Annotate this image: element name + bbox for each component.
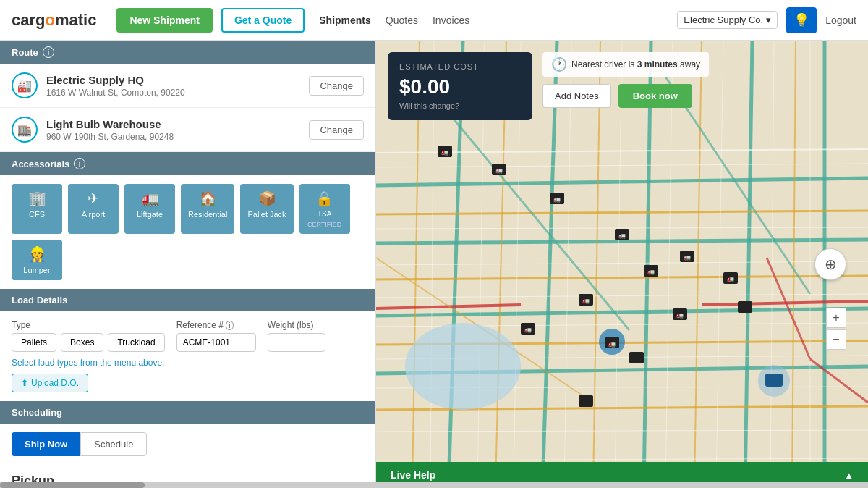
upload-do-button[interactable]: ⬆ Upload D.O. [12,374,88,392]
svg-text:🚛: 🚛 [618,232,626,239]
scheduling-section-header: Scheduling [0,401,375,424]
clock-icon: 🕐 [551,56,567,72]
chevron-down-icon: ▾ [766,14,771,25]
acc-cfs-label: CFS [29,210,45,219]
acc-cfs-button[interactable]: 🏢 CFS [12,184,62,234]
acc-tsa-button[interactable]: 🔒 TSA CERTIFIED [299,184,350,234]
schedule-button[interactable]: Schedule [80,432,147,456]
origin-info: Electric Supply HQ 1616 W Walnut St, Com… [46,74,300,98]
weight-input[interactable] [268,333,326,352]
type-pallets-button[interactable]: Pallets [12,333,56,352]
accessorials-info-icon[interactable]: i [74,158,85,169]
svg-text:🚛: 🚛 [684,253,691,261]
route-info-icon[interactable]: i [43,46,54,58]
acc-pallet-jack-label: Pallet Jack [247,210,286,219]
svg-text:🚛: 🚛 [582,297,590,304]
logo-o: o [45,11,54,30]
svg-text:🚛: 🚛 [441,148,448,156]
acc-pallet-jack-button[interactable]: 📦 Pallet Jack [240,184,293,234]
ref-input[interactable] [176,333,256,352]
svg-rect-70 [629,352,644,363]
ship-now-button[interactable]: Ship Now [12,432,80,456]
ref-info-icon[interactable]: i [226,321,233,330]
change-origin-button[interactable]: Change [309,76,364,96]
origin-icon: 🏭 [12,72,38,98]
svg-text:🚛: 🚛 [676,311,684,319]
origin-name: Electric Supply HQ [46,74,300,86]
map-zoom-controls: + − [826,308,846,350]
book-now-button[interactable]: Book now [618,84,692,108]
type-boxes-button[interactable]: Boxes [61,333,103,352]
load-details-content: Type Pallets Boxes Truckload Reference #… [0,311,375,401]
accessorials-grid: 🏢 CFS ✈ Airport 🚛 Liftgate 🏠 Residential… [0,175,375,289]
nav-invoices[interactable]: Invoices [433,14,469,26]
acc-residential-label: Residential [188,210,227,219]
nav-shipments[interactable]: Shipments [319,14,371,26]
load-details-section-header: Load Details [0,289,375,311]
accessorials-section-title: Accessorials [12,159,69,169]
acc-lumper-label: Lumper [23,266,50,274]
scrollbar-thumb[interactable] [0,482,145,488]
svg-text:🚛: 🚛 [727,275,734,282]
scheduling-section-title: Scheduling [12,407,62,418]
tsa-icon: 🔒 [315,190,333,207]
acc-tsa-label: TSA [318,210,331,218]
schedule-buttons: Ship Now Schedule [12,432,364,456]
company-name: Electric Supply Co. [684,14,763,25]
nav-quotes[interactable]: Quotes [386,14,418,26]
zoom-in-button[interactable]: + [826,308,846,328]
origin-address: 1616 W Walnut St, Compton, 90220 [46,88,300,98]
lumper-icon: 👷 [28,245,46,263]
svg-text:🚛: 🚛 [553,195,561,203]
type-label: Type [12,320,165,330]
driver-time: 3 minutes [637,59,678,70]
scheduling-content: Ship Now Schedule [0,424,375,465]
svg-text:🚛: 🚛 [495,167,503,174]
acc-lumper-button[interactable]: 👷 Lumper [12,240,62,280]
zoom-out-button[interactable]: − [826,329,846,350]
ref-group: Reference # i [176,320,256,352]
destination-info: Light Bulb Warehouse 960 W 190th St, Gar… [46,118,300,142]
change-destination-button[interactable]: Change [309,120,364,140]
ref-label: Reference # i [176,320,256,330]
acc-liftgate-button[interactable]: 🚛 Liftgate [124,184,175,234]
get-quote-button[interactable]: Get a Quote [221,8,305,33]
logout-button[interactable]: Logout [825,14,856,26]
cost-change-text: Will this change? [399,101,521,110]
svg-text:🚛: 🚛 [647,268,655,275]
acc-residential-button[interactable]: 🏠 Residential [181,184,234,234]
weight-label: Weight (lbs) [268,320,326,330]
cost-amount: $0.00 [399,75,521,98]
acc-airport-button[interactable]: ✈ Airport [68,184,119,234]
header-right: Electric Supply Co. ▾ 💡 Logout [677,7,856,33]
route-section-header: Route i [0,41,375,64]
type-truckload-button[interactable]: Truckload [108,333,164,352]
logo: cargomatic [12,11,96,30]
map-navigation-control[interactable]: ⊕ [814,248,846,280]
load-hint: Select load types from the menu above. [12,358,364,368]
add-notes-button[interactable]: Add Notes [542,84,611,108]
upload-icon: ⬆ [21,378,28,388]
main-content: Route i 🏭 Electric Supply HQ 1616 W Waln… [0,41,868,488]
load-type-group: Type Pallets Boxes Truckload [12,320,165,352]
acc-tsa-sublabel: CERTIFIED [307,221,341,228]
load-details-section-title: Load Details [12,295,67,306]
acc-airport-label: Airport [82,210,105,219]
live-help-label: Live Help [391,469,435,481]
cfs-icon: 🏢 [28,190,46,207]
residential-icon: 🏠 [199,190,217,207]
driver-post: away [678,59,700,70]
destination-name: Light Bulb Warehouse [46,118,300,130]
driver-info: 🕐 Nearest driver is 3 minutes away [542,52,709,77]
type-buttons: Pallets Boxes Truckload [12,333,165,352]
light-bulb-button[interactable]: 💡 [786,7,817,33]
route-origin: 🏭 Electric Supply HQ 1616 W Walnut St, C… [0,64,375,108]
cost-card: ESTIMATED COST $0.00 Will this change? [388,52,532,120]
main-nav: Shipments Quotes Invoices [319,14,469,26]
scrollbar-track[interactable] [0,482,868,488]
new-shipment-button[interactable]: New Shipment [116,8,212,33]
map-area[interactable]: 🚛 🚛 🚛 🚛 🚛 🚛 [376,41,868,488]
route-destination: 🏬 Light Bulb Warehouse 960 W 190th St, G… [0,108,375,152]
svg-point-45 [405,323,521,410]
company-selector[interactable]: Electric Supply Co. ▾ [677,11,778,29]
